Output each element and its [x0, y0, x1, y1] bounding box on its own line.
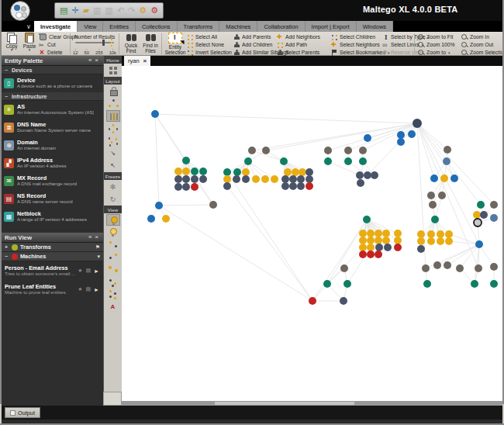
- graph-node-red[interactable]: [394, 244, 402, 251]
- graph-node-yellow[interactable]: [162, 215, 170, 223]
- palette-item-as[interactable]: ✳ASAn internet Autonomous System (AS): [2, 101, 103, 119]
- select-children-button[interactable]: Select Children: [331, 33, 375, 41]
- graph-node-teal[interactable]: [363, 216, 371, 223]
- graph-node-teal[interactable]: [471, 280, 478, 288]
- graph-canvas[interactable]: [122, 66, 502, 401]
- graph-node-navy[interactable]: [281, 175, 289, 183]
- collapse-minus-icon[interactable]: −: [5, 67, 9, 73]
- graph-node-navy[interactable]: [233, 175, 240, 183]
- graph-scrollbar-thumb[interactable]: [215, 402, 354, 405]
- graph-node-yellow[interactable]: [427, 237, 435, 245]
- graph-node-yellow[interactable]: [417, 230, 425, 238]
- graph-node-yellow[interactable]: [382, 230, 390, 237]
- graph-node-navy[interactable]: [371, 171, 378, 179]
- graph-node-red[interactable]: [306, 182, 313, 190]
- graph-node-gray[interactable]: [344, 147, 352, 154]
- graph-node-gray[interactable]: [427, 192, 435, 199]
- add-parents-button[interactable]: Add Parents: [233, 33, 271, 41]
- paste-button[interactable]: Paste ▾: [21, 33, 38, 55]
- collection-view-icon[interactable]: [106, 251, 120, 263]
- graph-node-yellow[interactable]: [292, 168, 299, 176]
- graph-node-yellow[interactable]: [359, 244, 367, 251]
- graph-node-selected[interactable]: [474, 219, 482, 226]
- graph-node-yellow[interactable]: [375, 230, 382, 237]
- results-slider[interactable]: [75, 42, 114, 43]
- copy-button[interactable]: Copy ▾: [3, 33, 20, 55]
- graph-node-gray[interactable]: [475, 264, 482, 272]
- graph-node-navy[interactable]: [364, 171, 371, 179]
- group-action-icon[interactable]: ⚑: [95, 244, 100, 251]
- tab-entities[interactable]: Entities: [103, 21, 136, 32]
- graph-node-navy[interactable]: [182, 183, 190, 191]
- graph-node-gray[interactable]: [438, 192, 446, 199]
- run-view-group-machines[interactable]: −●Machines▾: [2, 252, 103, 261]
- graph-node-yellow[interactable]: [284, 168, 292, 176]
- manage-transforms-icon[interactable]: ⚙: [139, 6, 147, 15]
- graph-node-slate[interactable]: [490, 214, 498, 222]
- graph-node-teal[interactable]: [233, 168, 241, 176]
- graph-node-slate[interactable]: [443, 157, 450, 165]
- tab-import-export[interactable]: Import | Export: [306, 21, 357, 32]
- graph-node-teal[interactable]: [182, 157, 190, 164]
- graph-node-red[interactable]: [367, 251, 375, 258]
- palette-item-mx-record[interactable]: ✉MX RecordA DNS mail exchange record: [2, 172, 103, 190]
- machine-item-person-email-address[interactable]: Person - Email AddressTries to obtain so…: [2, 261, 103, 280]
- collapse-minus-icon[interactable]: −: [5, 94, 9, 99]
- run-machine-icon[interactable]: ►: [93, 287, 100, 292]
- redraw-icon[interactable]: [106, 193, 120, 205]
- node-size-view-icon[interactable]: [106, 264, 120, 275]
- palette-item-dns-name[interactable]: ≣DNS NameDomain Name System server name: [2, 119, 103, 136]
- add-children-button[interactable]: Add Children: [233, 41, 272, 49]
- graph-node-teal[interactable]: [477, 201, 485, 209]
- graph-node-blue[interactable]: [397, 138, 405, 146]
- detail-view-icon[interactable]: [106, 301, 120, 313]
- expand-icon[interactable]: +: [5, 244, 9, 250]
- select-all-button[interactable]: Select All: [187, 33, 217, 41]
- graph-node-navy[interactable]: [384, 244, 392, 251]
- group-action-icon[interactable]: ▾: [97, 254, 100, 260]
- graph-node-navy[interactable]: [289, 175, 297, 183]
- graph-node-teal[interactable]: [343, 280, 351, 288]
- machine-item-prune-leaf-entities[interactable]: Prune Leaf EntitiesMachine to prune leaf…: [2, 280, 103, 299]
- graph-node-red[interactable]: [375, 251, 382, 258]
- graph-node-gray[interactable]: [209, 201, 217, 209]
- graph-node-yellow[interactable]: [182, 168, 190, 175]
- graph-node-navy[interactable]: [340, 297, 347, 305]
- graph-node-blue[interactable]: [155, 202, 163, 209]
- graph-node-teal[interactable]: [359, 157, 367, 165]
- graph-node-blue[interactable]: [450, 174, 458, 182]
- expand-icon[interactable]: −: [5, 254, 9, 259]
- graph-node-navy[interactable]: [306, 175, 313, 183]
- graph-node-teal[interactable]: [323, 280, 331, 288]
- graph-node-teal[interactable]: [490, 280, 498, 288]
- edge-weighted-layout-icon[interactable]: [106, 160, 120, 171]
- graph-node-yellow[interactable]: [445, 237, 453, 245]
- graph-node-gray[interactable]: [340, 264, 348, 272]
- graph-node-blue[interactable]: [408, 130, 416, 138]
- new-graph-icon[interactable]: ▤: [60, 6, 67, 15]
- open-graph-icon[interactable]: ▰: [83, 6, 89, 15]
- graph-node-yellow[interactable]: [367, 244, 375, 251]
- graph-node-gray[interactable]: [429, 201, 437, 209]
- graph-node-navy[interactable]: [375, 244, 383, 251]
- organic-layout-icon[interactable]: [106, 135, 120, 147]
- graph-node-yellow[interactable]: [382, 237, 390, 244]
- graph-node-navy[interactable]: [182, 175, 190, 183]
- lock-layout-icon[interactable]: [106, 85, 120, 97]
- graph-node-teal[interactable]: [191, 168, 198, 175]
- graph-node-navy[interactable]: [356, 171, 364, 179]
- graph-tab-close-icon[interactable]: ×: [143, 57, 147, 64]
- graph-node-yellow[interactable]: [440, 174, 448, 182]
- hierarchical-layout-icon[interactable]: [106, 98, 120, 109]
- quick-find-button[interactable]: Quick Find: [122, 33, 140, 55]
- graph-node-yellow[interactable]: [242, 168, 250, 176]
- graph-node-navy[interactable]: [191, 175, 198, 183]
- graph-node-gray[interactable]: [422, 264, 430, 272]
- select-neighbors-button[interactable]: Select Neighbors: [331, 41, 380, 49]
- tab-transforms[interactable]: Transforms: [178, 21, 220, 32]
- palette-section-infrastructure[interactable]: −Infrastructure: [2, 92, 103, 101]
- graph-node-navy[interactable]: [223, 182, 231, 190]
- find-in-files-button[interactable]: Find in Files: [141, 33, 160, 55]
- run-view-collapse-icon[interactable]: «: [87, 234, 93, 240]
- graph-node-teal[interactable]: [244, 157, 252, 165]
